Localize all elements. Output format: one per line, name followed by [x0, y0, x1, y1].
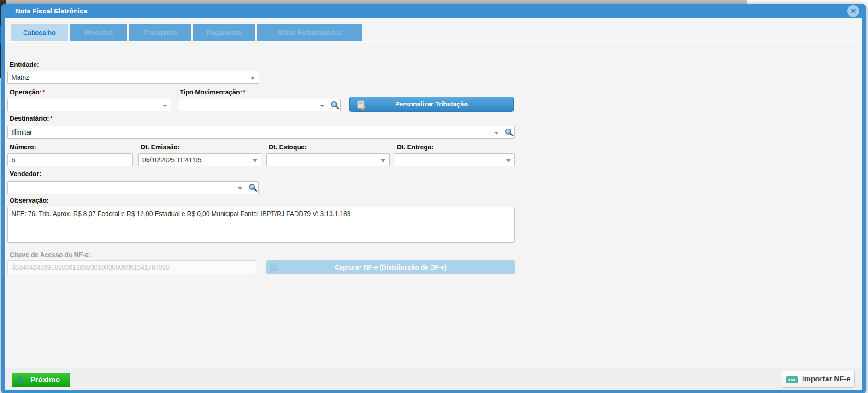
close-icon[interactable]: ✕ [847, 5, 859, 17]
calculator-icon [357, 100, 364, 109]
chevron-down-icon [163, 105, 167, 107]
importar-nfe-button[interactable]: XML Importar NF-e [781, 371, 855, 388]
proximo-button[interactable]: ❯ Próximo [12, 373, 70, 387]
search-icon[interactable] [505, 129, 511, 135]
dt-entrega-select[interactable] [395, 153, 515, 166]
backdrop-top-strip-right [747, 0, 868, 4]
backdrop-top-strip [0, 0, 868, 4]
chevron-down-icon [253, 159, 257, 162]
chevron-right-icon: ❯ [18, 376, 23, 383]
entidade-select[interactable]: Matriz [7, 71, 259, 84]
personalizar-tributacao-button[interactable]: Personalizar Tributação [349, 97, 514, 112]
chave-acesso-input [7, 260, 256, 274]
required-asterisk: * [50, 115, 53, 122]
dt-estoque-label: Dt. Estoque: [269, 143, 307, 151]
search-icon[interactable] [249, 184, 255, 190]
observacao-textarea[interactable]: NFE: 76. Trib. Aprox. R$ 8,07 Federal e … [7, 207, 515, 243]
tab-notas-referenciadas[interactable]: Notas Referenciadas [257, 24, 362, 41]
chave-acesso-label: Chave de Acesso da NF-e: [10, 251, 90, 258]
chevron-down-icon [381, 159, 385, 162]
destinatario-value: Illimitar [12, 129, 32, 136]
search-icon[interactable] [331, 101, 337, 107]
dt-emissao-select[interactable]: 06/10/2025 11:41:05 [138, 153, 261, 166]
tab-cabecalho[interactable]: Cabeçalho [11, 24, 68, 41]
modal-titlebar: Nota Fiscal Eletrônica ✕ [5, 4, 862, 18]
dt-estoque-select[interactable] [266, 153, 390, 166]
numero-input[interactable] [7, 153, 133, 166]
chevron-down-icon [238, 187, 242, 190]
capture-icon [270, 263, 278, 271]
operacao-select[interactable] [7, 99, 171, 111]
destinatario-label: Destinatário:* [10, 115, 53, 122]
dt-entrega-label: Dt. Entrega: [397, 143, 433, 151]
tab-transporte[interactable]: Transporte [129, 24, 191, 41]
vendedor-label: Vendedor: [10, 170, 41, 177]
observacao-label: Observação: [10, 197, 49, 204]
modal-footer: ❯ Próximo XML Importar NF-e [5, 368, 862, 390]
chevron-down-icon [250, 77, 255, 80]
tab-produtos[interactable]: Produtos [70, 24, 127, 41]
capturar-nfe-button: Capturar NF-e (Distribuição de DF-e) [266, 260, 515, 274]
tipo-movimentacao-select[interactable] [179, 99, 341, 111]
required-asterisk: * [42, 88, 45, 96]
tab-pagamento[interactable]: Pagamento [193, 24, 255, 41]
chevron-down-icon [320, 105, 325, 107]
nfe-modal: Nota Fiscal Eletrônica ✕ Cabeçalho Produ… [1, 4, 866, 393]
modal-title: Nota Fiscal Eletrônica [15, 7, 88, 15]
operacao-label: Operação:* [10, 88, 45, 96]
tab-bar: Cabeçalho Produtos Transporte Pagamento … [11, 24, 362, 41]
dt-emissao-label: Dt. Emissão: [141, 143, 180, 151]
chevron-down-icon [494, 132, 499, 135]
entidade-label: Entidade: [10, 61, 39, 68]
dt-emissao-value: 06/10/2025 11:41:05 [142, 156, 201, 164]
screen: Nota Fiscal Eletrônica ✕ Cabeçalho Produ… [0, 0, 868, 393]
vendedor-select[interactable] [7, 181, 259, 194]
tipo-movimentacao-label: Tipo Movimentação:* [180, 88, 246, 96]
chevron-down-icon [506, 159, 511, 162]
entidade-value: Matriz [12, 74, 29, 81]
modal-content: Cabeçalho Produtos Transporte Pagamento … [5, 18, 862, 390]
required-asterisk: * [243, 88, 245, 96]
xml-file-icon: XML [786, 376, 798, 383]
destinatario-select[interactable]: Illimitar [7, 126, 515, 139]
numero-label: Número: [10, 143, 36, 151]
